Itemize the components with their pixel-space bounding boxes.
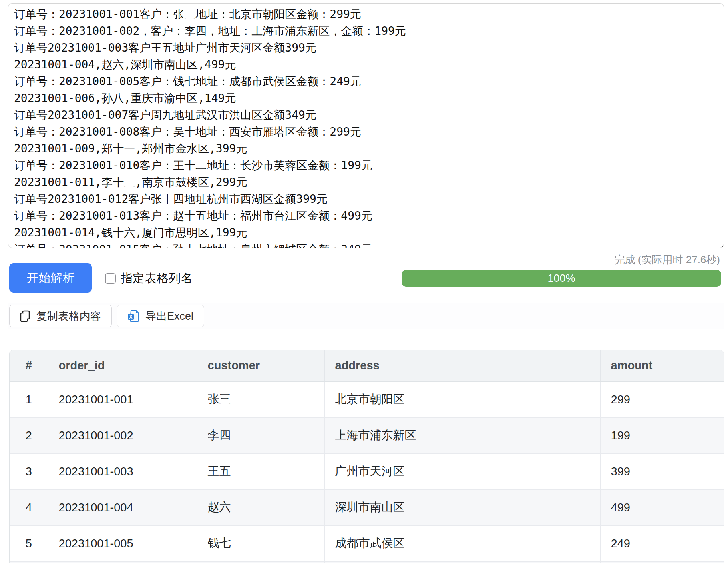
table-cell: 1	[10, 381, 48, 417]
progress-fill: 100%	[402, 270, 721, 287]
copy-table-button-label: 复制表格内容	[36, 309, 101, 323]
export-excel-button-label: 导出Excel	[145, 309, 193, 323]
table-cell	[600, 561, 724, 563]
table-cell: 上海市浦东新区	[324, 417, 600, 453]
specify-columns-checkbox[interactable]	[105, 273, 116, 284]
progress-label: 100%	[547, 272, 575, 285]
input-textarea[interactable]	[8, 3, 724, 248]
table-cell: 299	[600, 381, 724, 417]
export-excel-button[interactable]: X 导出Excel	[117, 305, 204, 327]
table-cell	[48, 561, 197, 563]
column-header-amount: amount	[600, 350, 724, 381]
table-cell	[197, 561, 324, 563]
table-row: 420231001-004赵六深圳市南山区499	[10, 489, 724, 525]
table-cell: 20231001-004	[48, 489, 197, 525]
parse-button[interactable]: 开始解析	[9, 263, 92, 293]
column-header-customer: customer	[197, 350, 324, 381]
table-cell: 2	[10, 417, 48, 453]
table-cell: 249	[600, 525, 724, 561]
copy-table-button[interactable]: 复制表格内容	[9, 305, 112, 327]
table-cell: 199	[600, 417, 724, 453]
table-cell: 成都市武侯区	[324, 525, 600, 561]
excel-file-icon: X	[127, 310, 140, 322]
results-table: #order_idcustomeraddressamount 120231001…	[9, 350, 724, 563]
table-header-row: #order_idcustomeraddressamount	[10, 350, 724, 381]
table-cell: 4	[10, 489, 48, 525]
table-cell: 深圳市南山区	[324, 489, 600, 525]
column-header-order_id: order_id	[48, 350, 197, 381]
table-row: 520231001-005钱七成都市武侯区249	[10, 525, 724, 561]
table-cell: 王五	[197, 453, 324, 489]
table-body: 120231001-001张三北京市朝阳区299220231001-002李四上…	[10, 381, 724, 563]
table-cell: 钱七	[197, 525, 324, 561]
table-cell: 广州市天河区	[324, 453, 600, 489]
table-cell: 20231001-005	[48, 525, 197, 561]
table-cell: 399	[600, 453, 724, 489]
table-cell: 3	[10, 453, 48, 489]
column-header-address: address	[324, 350, 600, 381]
table-row: 320231001-003王五广州市天河区399	[10, 453, 724, 489]
table-cell: 499	[600, 489, 724, 525]
column-header-index: #	[10, 350, 48, 381]
table-toolbar: 复制表格内容 X 导出Excel	[8, 303, 724, 329]
table-cell	[324, 561, 600, 563]
specify-columns-label[interactable]: 指定表格列名	[121, 271, 193, 285]
table-cell	[10, 561, 48, 563]
table-row: 220231001-002李四上海市浦东新区199	[10, 417, 724, 453]
table-cell: 20231001-002	[48, 417, 197, 453]
status-text: 完成 (实际用时 27.6秒)	[615, 254, 720, 266]
table-cell: 5	[10, 525, 48, 561]
table-row-partial	[10, 561, 724, 563]
table-cell: 20231001-001	[48, 381, 197, 417]
progress-bar: 100%	[402, 270, 721, 287]
table-cell: 北京市朝阳区	[324, 381, 600, 417]
table-cell: 20231001-003	[48, 453, 197, 489]
table-cell: 李四	[197, 417, 324, 453]
table-cell: 张三	[197, 381, 324, 417]
svg-text:X: X	[129, 314, 132, 320]
copy-pages-icon	[20, 310, 31, 322]
table-cell: 赵六	[197, 489, 324, 525]
table-row: 120231001-001张三北京市朝阳区299	[10, 381, 724, 417]
